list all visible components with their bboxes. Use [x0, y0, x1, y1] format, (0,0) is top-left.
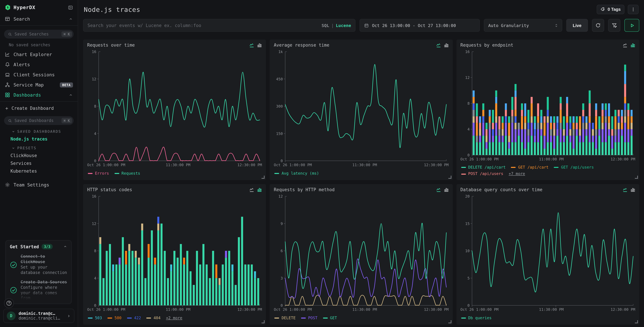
legend-item[interactable]: 422	[127, 316, 141, 321]
resize-handle[interactable]	[448, 176, 451, 179]
chart-plot-area[interactable]: 05101520	[460, 193, 635, 308]
chart-panel-avg-response-time: Average response time 01503004501k Oct 2…	[270, 40, 453, 180]
sidebar-item-team-settings[interactable]: Team Settings	[0, 180, 78, 190]
create-dashboard-button[interactable]: Create Dashboard	[0, 103, 78, 114]
charts-grid: Requests over time 0481216 Oct 26 1:00:0…	[83, 40, 639, 327]
legend-item[interactable]: Errors	[88, 171, 109, 176]
saved-searches-input[interactable]: Saved Searches ⌘ K	[4, 30, 74, 38]
legend-item[interactable]: Db queries	[461, 316, 492, 321]
no-saved-searches-text: No saved searches	[0, 40, 78, 49]
resize-handle[interactable]	[635, 320, 638, 323]
live-label: Live	[573, 23, 582, 28]
dashboard-menu-button[interactable]	[628, 5, 638, 14]
sidebar-item-dashboards[interactable]: Dashboards	[0, 90, 78, 100]
legend-item[interactable]: 500	[108, 316, 122, 321]
sidebar-item-alerts[interactable]: Alerts	[0, 60, 78, 70]
legend-dash-icon	[461, 318, 466, 319]
legend-dash-icon	[301, 318, 306, 319]
run-query-button[interactable]	[624, 19, 639, 32]
date-range-picker[interactable]: Oct 26 13:00:00 - Oct 27 13:00:00	[360, 19, 480, 32]
get-started-item-connect[interactable]: Connect to ClickHouse Set up your databa…	[10, 252, 67, 278]
sidebar-item-client-sessions[interactable]: Client Sessions	[0, 70, 78, 80]
svg-text:12: 12	[92, 77, 96, 81]
granularity-value: Auto Granularity	[488, 23, 554, 28]
line-chart-toggle-icon[interactable]	[250, 187, 254, 192]
chart-panel-requests-by-http-method: Requests by HTTP method 036912 Oct 26 1:…	[270, 184, 453, 325]
chart-plot-area[interactable]: 01503004501k	[274, 48, 449, 163]
sidebar-item-chart-explorer[interactable]: Chart Explorer	[0, 49, 78, 60]
plus-icon	[5, 106, 9, 110]
resize-handle[interactable]	[262, 320, 265, 323]
svg-text:16: 16	[92, 50, 96, 54]
resize-handle[interactable]	[448, 320, 451, 323]
legend-item[interactable]: POST /api/users	[461, 172, 503, 177]
chart-plot-area[interactable]: 0481216	[87, 193, 262, 308]
sidebar-dashboard-nodejs-traces[interactable]: Node.js traces	[0, 135, 78, 143]
lucene-toggle[interactable]: Lucene	[336, 23, 351, 28]
chart-plot-area[interactable]: 0481216	[460, 48, 635, 157]
chart-legend: 503500422404+2 more	[87, 312, 262, 322]
bar-chart-toggle-icon[interactable]	[444, 187, 448, 192]
bar-chart-toggle-icon[interactable]	[630, 187, 635, 192]
legend-item[interactable]: 503	[88, 316, 102, 321]
event-search-input[interactable]: Search your events w/ Lucene ex. column:…	[83, 19, 356, 32]
line-chart-toggle-icon[interactable]	[623, 43, 628, 48]
chart-plot-area[interactable]: 036912	[274, 193, 449, 308]
legend-item[interactable]: DELETE /api/cart	[461, 165, 506, 170]
legend-dash-icon	[88, 173, 92, 174]
granularity-select[interactable]: Auto Granularity	[484, 19, 562, 32]
svg-text:9: 9	[280, 222, 283, 226]
live-button[interactable]: Live	[566, 19, 588, 32]
sidebar-item-service-map[interactable]: Service Map BETA	[0, 80, 78, 90]
user-account-button[interactable]: D dominic.tran@c… dominic.tran@cli…	[4, 309, 74, 323]
resize-handle[interactable]	[262, 176, 265, 179]
legend-item[interactable]: 404	[146, 316, 161, 321]
line-chart-toggle-icon[interactable]	[623, 187, 628, 192]
presets-section-header[interactable]: PRESETS	[0, 143, 78, 152]
search-icon	[8, 118, 12, 123]
refresh-button[interactable]	[592, 19, 604, 32]
service-map-icon	[5, 82, 10, 88]
bar-chart-toggle-icon[interactable]	[257, 187, 262, 192]
sidebar-preset-clickhouse[interactable]: ClickHouse	[0, 152, 78, 160]
line-chart-toggle-icon[interactable]	[436, 187, 441, 192]
legend-item[interactable]: GET	[323, 316, 337, 321]
sql-toggle[interactable]: SQL	[322, 23, 329, 28]
legend-label: DELETE /api/cart	[468, 165, 506, 170]
chart-plot-area[interactable]: 0481216	[87, 48, 262, 163]
chart-title: Requests over time	[87, 42, 250, 48]
legend-item[interactable]: POST	[301, 316, 318, 321]
legend-more-link[interactable]: +2 more	[166, 316, 182, 321]
get-started-item-title: Create Data Sources	[20, 280, 67, 285]
chevron-up-icon[interactable]	[63, 245, 67, 249]
resize-handle[interactable]	[635, 176, 638, 179]
collapse-sidebar-icon[interactable]	[68, 5, 73, 10]
get-started-item-sources[interactable]: Create Data Sources Configure where your…	[10, 278, 67, 303]
legend-label: Errors	[95, 171, 109, 176]
sidebar-preset-kubernetes[interactable]: Kubernetes	[0, 167, 78, 175]
legend-item[interactable]: DELETE	[274, 316, 296, 321]
bar-chart-toggle-icon[interactable]	[630, 43, 635, 48]
legend-dash-icon	[108, 318, 112, 319]
sidebar-preset-services[interactable]: Services	[0, 160, 78, 167]
tags-button[interactable]: 0 Tags	[597, 5, 624, 14]
legend-more-link[interactable]: +7 more	[509, 172, 525, 177]
help-button[interactable]	[4, 298, 14, 308]
legend-item[interactable]: Avg latency (ms)	[274, 171, 319, 176]
legend-item[interactable]: GET /api/cart	[511, 165, 548, 170]
saved-dashboards-input[interactable]: Saved Dashboards ⌘ K	[4, 116, 74, 125]
svg-text:4: 4	[94, 132, 96, 136]
sidebar-item-search[interactable]: Search	[0, 14, 78, 24]
legend-item[interactable]: Requests	[114, 171, 140, 176]
svg-text:0: 0	[467, 153, 470, 157]
line-chart-toggle-icon[interactable]	[436, 43, 441, 48]
bar-chart-toggle-icon[interactable]	[257, 43, 262, 48]
beta-badge: BETA	[60, 82, 73, 87]
filter-button[interactable]	[608, 19, 620, 32]
create-dashboard-label: Create Dashboard	[12, 106, 54, 111]
saved-dashboards-section-header[interactable]: SAVED DASHBOARDS	[0, 126, 78, 135]
line-chart-toggle-icon[interactable]	[250, 43, 254, 48]
check-circle-icon	[10, 261, 17, 268]
bar-chart-toggle-icon[interactable]	[444, 43, 448, 48]
legend-item[interactable]: GET /api/users	[554, 165, 594, 170]
